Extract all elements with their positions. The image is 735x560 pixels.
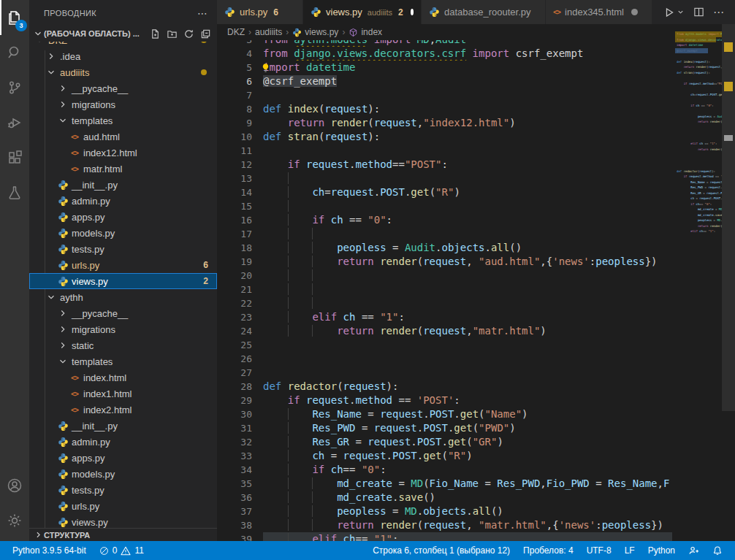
tree-item--init-py[interactable]: __init__.py: [29, 177, 217, 193]
workspace-section-header[interactable]: (РАБОЧАЯ ОБЛАСТЬ) ...: [29, 26, 217, 42]
tree-item-label: DKZ: [48, 42, 67, 46]
breadcrumb-item-folder[interactable]: audiiits: [255, 27, 282, 37]
language-mode-status[interactable]: Python: [643, 541, 680, 560]
minimap[interactable]: from aythh.models import MD,Auditfrom dj…: [675, 24, 722, 541]
tab-views-py[interactable]: views.pyaudiiits2: [303, 0, 422, 24]
line-number: 13: [217, 172, 252, 185]
new-folder-icon[interactable]: [167, 28, 178, 39]
eol-status[interactable]: LF: [620, 541, 640, 560]
tree-item-admin-py[interactable]: admin.py: [29, 434, 217, 450]
code-line: 37 peopless = MD.objects.all(): [217, 505, 672, 518]
tree-item--pycache-[interactable]: __pycache__: [29, 305, 217, 321]
tree-item-models-py[interactable]: models.py: [29, 466, 217, 482]
outline-section-header[interactable]: СТРУКТУРА: [29, 528, 217, 541]
activity-explorer[interactable]: 3: [0, 0, 29, 35]
tree-item-index-html[interactable]: <>index.html: [29, 369, 217, 386]
tree-item-static[interactable]: static: [29, 337, 217, 353]
breadcrumb-item-project[interactable]: DKZ: [227, 27, 245, 37]
tree-item-index12-html[interactable]: <>index12.html: [29, 145, 217, 161]
breadcrumb-item-file[interactable]: views.py: [305, 27, 338, 37]
tree-item-matr-html[interactable]: <>matr.html: [29, 161, 217, 177]
activity-search[interactable]: [0, 35, 29, 70]
tree-item-urls-py[interactable]: urls.py6: [29, 257, 217, 273]
split-editor-icon[interactable]: [693, 7, 704, 18]
tree-item-templates[interactable]: templates: [29, 353, 217, 369]
python-file-icon: [224, 7, 235, 18]
tree-item-index1-html[interactable]: <>index1.html: [29, 386, 217, 402]
problems-status[interactable]: 0 11: [94, 541, 149, 560]
tree-item-audiiits[interactable]: audiiits: [29, 64, 217, 80]
activity-settings[interactable]: [0, 503, 29, 538]
tree-item-index2-html[interactable]: <>index2.html: [29, 402, 217, 418]
activity-testing[interactable]: [0, 175, 29, 210]
activity-bar: 3: [0, 0, 29, 541]
tree-item-aud-html[interactable]: <>aud.html: [29, 129, 217, 145]
tree-item--init-py[interactable]: __init__.py: [29, 418, 217, 434]
minimap-warning-highlight: [675, 37, 716, 43]
lightbulb-icon[interactable]: [261, 63, 270, 73]
chevron-right-icon: [57, 83, 69, 94]
new-file-icon[interactable]: [150, 28, 161, 39]
tree-item-apps-py[interactable]: apps.py: [29, 450, 217, 466]
notifications-bell-icon[interactable]: [707, 541, 728, 560]
breadcrumb-item-symbol[interactable]: index: [361, 27, 382, 37]
tree-item-views-py[interactable]: views.py: [29, 514, 217, 529]
tree-item-tests-py[interactable]: tests.py: [29, 482, 217, 498]
tree-item-models-py[interactable]: models.py: [29, 225, 217, 241]
tree-item-tests-py[interactable]: tests.py: [29, 241, 217, 257]
activity-run-debug[interactable]: [0, 105, 29, 140]
code-editor[interactable]: 3from aythh.models import MD,Audit4from …: [217, 0, 672, 541]
code-line: 7: [217, 88, 672, 102]
python-file-icon: [57, 484, 69, 496]
cursor-position-status[interactable]: Строка 6, столбец 1 (выбрано 12): [368, 541, 515, 560]
chevron-right-icon: [57, 340, 69, 351]
tree-item-migrations[interactable]: migrations: [29, 321, 217, 337]
python-version-label: Python 3.9.5 64-bit: [12, 545, 86, 556]
editor-scrollbar[interactable]: [722, 24, 735, 541]
tree-item-label: index.html: [83, 372, 126, 383]
chevron-separator: ›: [286, 27, 289, 37]
encoding-status[interactable]: UTF-8: [582, 541, 617, 560]
line-number: 14: [217, 185, 252, 199]
tree-item-label: tests.py: [72, 485, 104, 496]
html-file-icon: <>: [69, 147, 80, 158]
activity-extensions[interactable]: [0, 140, 29, 175]
code-line: 25: [217, 338, 672, 352]
feedback-icon[interactable]: [683, 541, 704, 560]
python-interpreter-status[interactable]: Python 3.9.5 64-bit: [7, 541, 91, 560]
tree-item-admin-py[interactable]: admin.py: [29, 193, 217, 209]
tab-index345-html[interactable]: <>index345.html: [546, 0, 652, 24]
tab-urls-py[interactable]: urls.py6: [217, 0, 303, 24]
tree-item-migrations[interactable]: migrations: [29, 96, 217, 112]
line-number: 31: [217, 421, 252, 435]
tree-item-templates[interactable]: templates: [29, 112, 217, 129]
tree-item-views-py[interactable]: views.py2: [29, 273, 217, 289]
python-file-icon: [57, 468, 69, 480]
line-number: 18: [217, 241, 252, 255]
indentation-status[interactable]: Пробелов: 4: [518, 541, 579, 560]
code-line: 32 Res_GR = request.POST.get("GR"): [217, 435, 672, 449]
code-line: 5import datetime: [217, 61, 672, 74]
tree-item-aythh[interactable]: aythh: [29, 289, 217, 305]
collapse-all-icon[interactable]: [200, 28, 211, 39]
activity-account[interactable]: [0, 468, 29, 503]
code-line: 27: [217, 366, 672, 380]
file-tree: DKZ.ideaaudiiits__pycache__migrationstem…: [29, 42, 217, 529]
tree-item-DKZ[interactable]: DKZ: [29, 42, 217, 48]
tab-database-roouter-py[interactable]: database_roouter.py: [422, 0, 546, 24]
activity-source-control[interactable]: [0, 70, 29, 105]
tree-item-urls-py[interactable]: urls.py: [29, 498, 217, 514]
tab-problems-badge: 6: [273, 7, 278, 18]
more-actions-icon[interactable]: ⋯: [713, 6, 725, 19]
code-line: 33 ch = request.POST.get("R"): [217, 449, 672, 463]
tree-item--pycache-[interactable]: __pycache__: [29, 80, 217, 96]
tree-item-label: apps.py: [72, 453, 105, 464]
workspace-title: (РАБОЧАЯ ОБЛАСТЬ) ...: [44, 29, 140, 38]
run-python-file-button[interactable]: [663, 7, 685, 18]
tree-item--idea[interactable]: .idea: [29, 48, 217, 64]
explorer-more-icon[interactable]: ⋯: [197, 7, 208, 19]
refresh-icon[interactable]: [183, 28, 194, 39]
minimap-selection-highlight: [675, 48, 708, 54]
tree-item-apps-py[interactable]: apps.py: [29, 209, 217, 225]
modified-dot: [201, 42, 207, 43]
